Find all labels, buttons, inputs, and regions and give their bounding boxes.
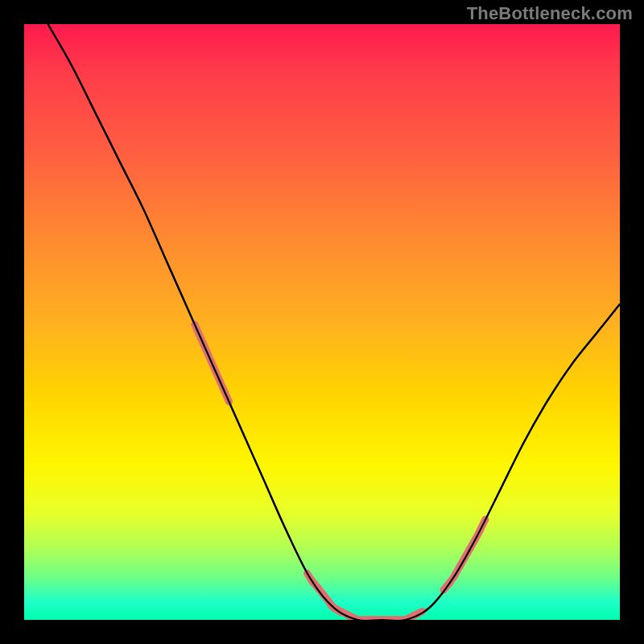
highlight-segment (308, 573, 351, 616)
chart-frame: TheBottleneck.com (0, 0, 644, 644)
plot-area (24, 24, 620, 620)
bottleneck-chart (24, 24, 620, 620)
highlight-segment (444, 519, 485, 590)
watermark-text: TheBottleneck.com (467, 3, 633, 24)
bottleneck-curve (48, 24, 620, 620)
bottleneck-curve (48, 24, 620, 620)
